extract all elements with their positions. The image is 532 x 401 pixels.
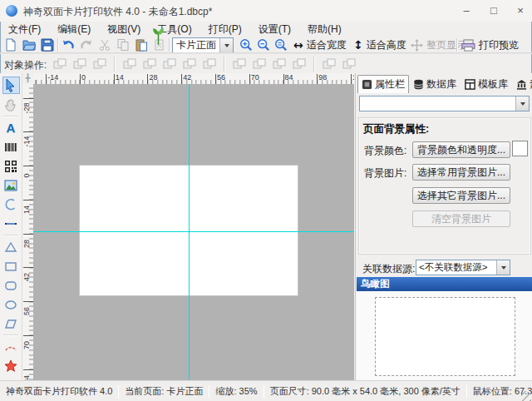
menu-settings[interactable]: 设置(T) <box>250 22 299 37</box>
horizontal-guide-line <box>33 231 354 232</box>
paste-icon[interactable] <box>134 37 149 52</box>
page-selector-dropdown-icon[interactable] <box>219 38 233 52</box>
ruler-tick <box>147 74 148 84</box>
barcode-tool[interactable] <box>2 138 20 156</box>
ruler-tick <box>215 74 216 84</box>
zoom-in-icon[interactable] <box>239 37 254 52</box>
ruler-tick <box>23 98 33 99</box>
object-ops-toolbar: 对象操作: <box>0 53 532 74</box>
menu-file[interactable]: 文件(F) <box>0 22 49 37</box>
copy-icon[interactable] <box>116 37 131 52</box>
app-icon <box>6 5 17 17</box>
object-combo-dropdown-icon[interactable] <box>515 97 529 111</box>
ellipse-tool[interactable] <box>2 295 20 313</box>
tab-database[interactable]: 数据库 <box>409 75 461 93</box>
fit-height-button[interactable]: ↕ 适合高度 <box>353 37 406 52</box>
new-icon[interactable] <box>3 37 18 52</box>
equal-spacing-icon[interactable] <box>291 56 308 72</box>
choose-common-bg-button[interactable]: 选择常用背景图片... <box>412 164 510 181</box>
bring-forward-icon[interactable] <box>52 56 68 72</box>
text-tool[interactable]: A <box>2 119 20 136</box>
select-tool[interactable] <box>2 77 20 94</box>
menu-edit[interactable]: 编辑(E) <box>49 22 99 37</box>
arc-tool[interactable] <box>2 338 20 355</box>
rectangle-tool[interactable] <box>2 257 20 275</box>
fit-width-button[interactable]: ↔ 适合宽度 <box>293 37 347 52</box>
close-button[interactable]: × <box>509 2 532 18</box>
align-top-icon[interactable] <box>161 56 178 72</box>
horizontal-ruler: -14014284256708498112 <box>33 73 354 85</box>
send-backward-icon[interactable] <box>71 56 88 72</box>
menu-print[interactable]: 打印(P) <box>200 22 250 37</box>
ruler-label: 14 <box>116 73 124 82</box>
star-tool[interactable] <box>2 357 20 374</box>
datasource-select[interactable]: <不关联数据源> <box>416 260 510 275</box>
bg-color-label: 背景颜色: <box>364 144 406 158</box>
ruler-label: 42 <box>22 269 31 285</box>
align-bottom-icon[interactable] <box>201 56 218 72</box>
zoom-custom-icon[interactable] <box>273 37 288 52</box>
overview-page-outline <box>375 297 515 376</box>
resize-grip[interactable] <box>521 391 531 401</box>
redo-icon[interactable] <box>79 37 94 52</box>
toolbar-separator <box>169 38 170 52</box>
cut-icon[interactable] <box>97 37 112 52</box>
tab-materials[interactable]: 素材库 <box>512 75 532 93</box>
qrcode-tool[interactable] <box>2 157 20 175</box>
design-canvas[interactable] <box>33 84 354 380</box>
select-all-icon[interactable] <box>321 56 337 72</box>
image-tool[interactable] <box>2 176 20 194</box>
tab-properties[interactable]: 属性栏 <box>357 75 409 93</box>
ruler-label: 84 <box>22 371 31 380</box>
datasource-dropdown-icon[interactable] <box>496 260 510 275</box>
page-selector[interactable]: 卡片正面 <box>172 37 234 53</box>
pan-tool[interactable] <box>2 96 20 113</box>
group-icon[interactable] <box>91 56 108 72</box>
vertical-guide-line <box>189 84 190 380</box>
same-width-icon[interactable] <box>231 56 248 72</box>
ruler-label: 42 <box>183 73 191 82</box>
open-icon[interactable] <box>22 37 37 52</box>
bg-color-button[interactable]: 背景颜色和透明度... <box>412 141 510 158</box>
leaf-decoration <box>152 27 165 46</box>
choose-other-bg-button[interactable]: 选择其它背景图片... <box>412 187 510 204</box>
status-current-page: 当前页面: 卡片正面 <box>119 385 209 398</box>
rounded-rectangle-tool[interactable] <box>2 276 20 294</box>
minimize-button[interactable]: – <box>455 2 478 18</box>
print-preview-button[interactable]: 打印预览 <box>461 37 519 52</box>
line-tool[interactable] <box>2 215 20 232</box>
ruler-label: 84 <box>285 73 293 82</box>
bg-color-swatch <box>512 141 528 156</box>
triangle-tool[interactable] <box>2 238 20 255</box>
right-panel: 属性栏 数据库 模板库 素材库 页面背景 <box>355 73 532 380</box>
main-toolbar: 卡片正面 ↔ 适合宽度 ↕ 适合高度 整页显示 打印预览 <box>0 37 532 52</box>
left-toolbar: A <box>0 73 22 380</box>
align-middle-icon[interactable] <box>181 56 198 72</box>
undo-icon[interactable] <box>61 37 76 52</box>
ruler-tick <box>23 369 33 370</box>
clear-bg-button[interactable]: 清空背景图片 <box>412 210 510 227</box>
save-icon[interactable] <box>40 37 55 52</box>
status-page-size: 页面尺寸: 90.0 毫米 x 54.0 毫米, 300 像素/英寸 <box>264 385 466 398</box>
menu-view[interactable]: 视图(V) <box>99 22 149 37</box>
tab-templates[interactable]: 模板库 <box>461 75 512 93</box>
same-height-icon[interactable] <box>251 56 268 72</box>
maximize-button[interactable]: □ <box>482 2 505 18</box>
curve-tool[interactable] <box>2 196 20 213</box>
object-combo[interactable] <box>359 96 530 111</box>
align-center-horizontal-icon[interactable] <box>141 56 158 72</box>
ops-separator <box>114 57 116 72</box>
ruler-tick <box>181 74 182 84</box>
select-none-icon[interactable] <box>341 56 357 72</box>
same-size-icon[interactable] <box>271 56 288 72</box>
parallelogram-tool[interactable] <box>2 314 20 332</box>
ruler-tick <box>46 74 47 84</box>
align-left-icon[interactable] <box>121 56 138 72</box>
bank-icon <box>516 79 527 90</box>
ruler-tick <box>283 74 284 84</box>
properties-title: 页面背景属性: <box>363 122 429 136</box>
properties-group-frame <box>358 117 531 255</box>
ruler-origin-icon: ╋ <box>22 73 34 85</box>
zoom-out-icon[interactable] <box>256 37 271 52</box>
menu-help[interactable]: 帮助(H) <box>299 22 350 37</box>
